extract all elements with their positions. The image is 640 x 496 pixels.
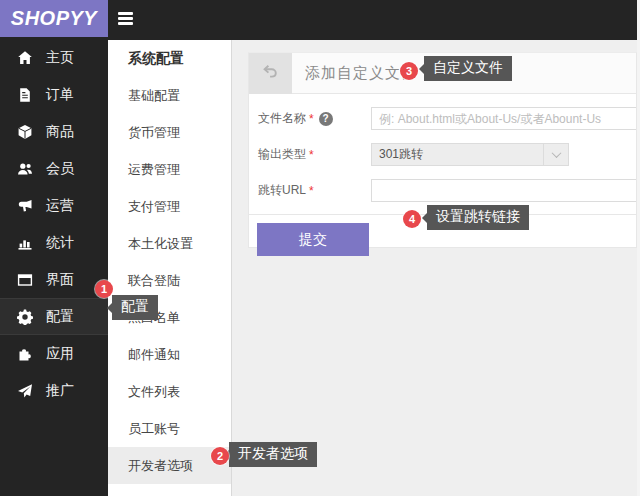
file-name-input[interactable] (371, 107, 636, 130)
sidebar-item-home[interactable]: 主页 (0, 39, 108, 76)
help-icon[interactable]: ? (319, 112, 333, 126)
sidebar-item-stats[interactable]: 统计 (0, 224, 108, 261)
products-icon (17, 124, 33, 140)
submenu-item-payment[interactable]: 支付管理 (108, 188, 231, 225)
submenu-item-currency[interactable]: 货币管理 (108, 114, 231, 151)
select-value: 301跳转 (372, 146, 543, 163)
orders-icon (17, 87, 33, 103)
stats-icon (17, 235, 33, 251)
sidebar-item-apps[interactable]: 应用 (0, 335, 108, 372)
interface-icon (17, 272, 33, 288)
submenu-item-social-login[interactable]: 联合登陆 (108, 262, 231, 299)
required-marker: * (309, 112, 314, 126)
annotation-badge-2: 2 (211, 447, 229, 465)
output-type-label: 输出类型 (258, 146, 306, 163)
gear-icon (17, 309, 33, 325)
submenu-item-staff-account[interactable]: 员工账号 (108, 410, 231, 447)
form-row-file-name: 文件名称*? (249, 107, 636, 130)
sidebar-item-products[interactable]: 商品 (0, 113, 108, 150)
field-label: 文件名称*? (249, 110, 371, 127)
sidebar-item-promotion[interactable]: 推广 (0, 372, 108, 409)
redirect-url-label: 跳转URL (258, 182, 306, 199)
sidebar-item-label: 运营 (46, 197, 74, 215)
form-row-output-type: 输出类型* 301跳转 (249, 143, 636, 166)
undo-icon (261, 62, 280, 85)
sidebar-item-members[interactable]: 会员 (0, 150, 108, 187)
back-button[interactable] (249, 53, 292, 94)
brand-logo[interactable]: SHOPYY (0, 0, 108, 37)
annotation-tooltip-4: 设置跳转链接 (427, 205, 529, 230)
sidebar-item-interface[interactable]: 界面 (0, 261, 108, 298)
annotation-badge-1: 1 (95, 280, 113, 298)
sidebar-item-label: 应用 (46, 345, 74, 363)
sidebar-item-label: 商品 (46, 123, 74, 141)
submenu-item-email-notify[interactable]: 邮件通知 (108, 336, 231, 373)
sidebar-item-label: 推广 (46, 382, 74, 400)
file-name-label: 文件名称 (258, 110, 306, 127)
sidebar-item-label: 会员 (46, 160, 74, 178)
sidebar-item-label: 配置 (46, 308, 74, 326)
members-icon (17, 161, 33, 177)
field-label: 跳转URL* (249, 182, 371, 199)
submit-button[interactable]: 提交 (257, 223, 369, 256)
form-row-redirect-url: 跳转URL* (249, 179, 636, 202)
submenu-item-shipping[interactable]: 运费管理 (108, 151, 231, 188)
annotation-tooltip-1: 配置 (112, 295, 158, 320)
submenu-header: 系统配置 (108, 40, 231, 77)
output-type-select[interactable]: 301跳转 (371, 143, 569, 166)
operations-icon (17, 198, 33, 214)
settings-submenu: 系统配置 基础配置 货币管理 运费管理 支付管理 本土化设置 联合登陆 黑白名单… (108, 40, 232, 496)
annotation-badge-4: 4 (403, 210, 421, 228)
chevron-down-icon[interactable] (543, 144, 568, 165)
submenu-item-localization[interactable]: 本土化设置 (108, 225, 231, 262)
sidebar-item-label: 订单 (46, 86, 74, 104)
primary-sidebar: 主页 订单 商品 会员 运营 统计 界面 (0, 37, 108, 496)
submenu-item-basic-config[interactable]: 基础配置 (108, 77, 231, 114)
field-label: 输出类型* (249, 146, 371, 163)
sidebar-item-label: 界面 (46, 271, 74, 289)
apps-icon (17, 346, 33, 362)
panel-body: 文件名称*? 输出类型* 301跳转 跳转URL* 提交 (249, 107, 636, 256)
annotation-badge-3: 3 (400, 62, 418, 80)
topbar (108, 0, 640, 40)
sidebar-item-operations[interactable]: 运营 (0, 187, 108, 224)
home-icon (17, 50, 33, 66)
sidebar-item-label: 统计 (46, 234, 74, 252)
annotation-tooltip-2: 开发者选项 (229, 442, 317, 467)
annotation-tooltip-3: 自定义文件 (424, 56, 512, 81)
redirect-url-input[interactable] (371, 179, 636, 202)
sidebar-item-label: 主页 (46, 49, 74, 67)
required-marker: * (309, 184, 314, 198)
required-marker: * (309, 148, 314, 162)
hamburger-menu-icon[interactable] (118, 12, 134, 27)
promotion-icon (17, 383, 33, 399)
sidebar-item-settings[interactable]: 配置 (0, 298, 108, 335)
sidebar-item-orders[interactable]: 订单 (0, 76, 108, 113)
submenu-item-file-list[interactable]: 文件列表 (108, 373, 231, 410)
